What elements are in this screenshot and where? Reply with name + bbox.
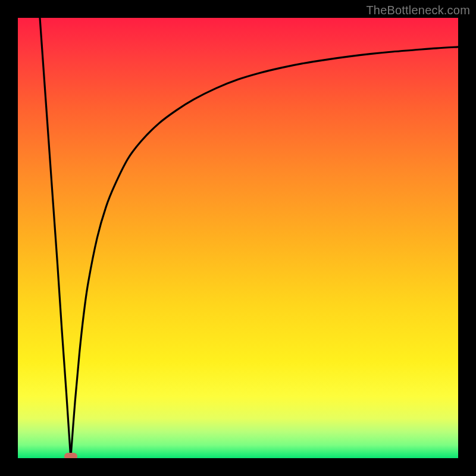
bottleneck-curve [18, 18, 458, 458]
chart-frame: TheBottleneck.com [0, 0, 476, 476]
minimum-marker [64, 453, 77, 458]
plot-area [18, 18, 458, 458]
watermark-text: TheBottleneck.com [366, 4, 470, 17]
